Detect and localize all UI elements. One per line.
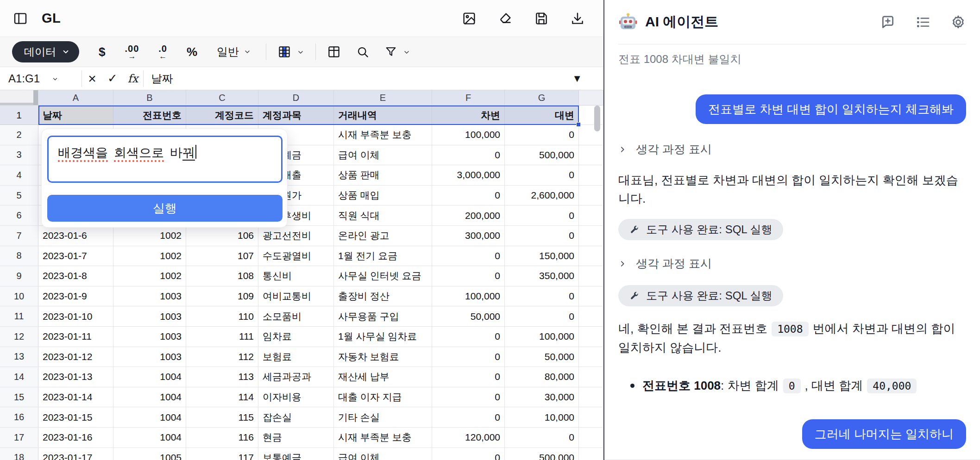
- cell[interactable]: 1월 사무실 임차료: [334, 327, 432, 347]
- cell[interactable]: [579, 327, 603, 347]
- cell[interactable]: 상품 판매: [334, 165, 432, 186]
- cell[interactable]: 30,000: [505, 387, 579, 408]
- cell[interactable]: 1003: [113, 347, 186, 367]
- history-list-icon[interactable]: [915, 14, 931, 30]
- cell[interactable]: 100,000: [505, 327, 579, 347]
- cell[interactable]: 1004: [113, 387, 186, 408]
- function-button[interactable]: fx: [123, 72, 143, 85]
- cell[interactable]: 112: [186, 347, 258, 367]
- cell[interactable]: 계정과목: [258, 106, 334, 125]
- cell[interactable]: 0: [505, 125, 579, 145]
- cell[interactable]: [579, 246, 603, 267]
- cell[interactable]: 110: [186, 306, 258, 327]
- thinking-toggle[interactable]: 생각 과정 표시: [618, 256, 966, 271]
- search-icon[interactable]: [356, 45, 370, 59]
- row-number[interactable]: 10: [0, 286, 38, 307]
- column-header-F[interactable]: F: [432, 90, 505, 106]
- cell[interactable]: 108: [186, 266, 258, 286]
- cell[interactable]: 급여 이체: [334, 145, 432, 166]
- cell[interactable]: 50,000: [505, 347, 579, 367]
- cell[interactable]: 2,600,000: [505, 186, 579, 206]
- fill-handle[interactable]: [576, 122, 581, 127]
- row-number[interactable]: 7: [0, 226, 38, 246]
- cell[interactable]: 0: [505, 226, 579, 246]
- cell[interactable]: 현금: [258, 428, 334, 448]
- cell[interactable]: 0: [432, 327, 505, 347]
- cell[interactable]: 온라인 광고: [334, 226, 432, 246]
- cell[interactable]: [579, 165, 603, 186]
- cell[interactable]: 1월 전기 요금: [334, 246, 432, 267]
- cell[interactable]: 시재 부족분 보충: [334, 125, 432, 145]
- cell[interactable]: 2023-01-10: [38, 306, 113, 327]
- cell[interactable]: 상품 매입: [334, 186, 432, 206]
- tool-call-pill[interactable]: 도구 사용 완료: SQL 실행: [618, 219, 783, 240]
- cell[interactable]: 200,000: [432, 205, 505, 226]
- cell[interactable]: [579, 186, 603, 206]
- cell[interactable]: [579, 266, 603, 286]
- gear-icon[interactable]: [950, 14, 966, 30]
- cell[interactable]: 1005: [113, 448, 186, 460]
- cell[interactable]: 100,000: [432, 125, 505, 145]
- cell[interactable]: 1004: [113, 428, 186, 448]
- cell[interactable]: [579, 205, 603, 226]
- cell[interactable]: 0: [432, 367, 505, 387]
- cell[interactable]: 1003: [113, 286, 186, 307]
- cell[interactable]: [579, 306, 603, 327]
- cell[interactable]: 10,000: [505, 407, 579, 428]
- cell[interactable]: [579, 286, 603, 307]
- cell[interactable]: 1003: [113, 306, 186, 327]
- row-number[interactable]: 11: [0, 306, 38, 327]
- column-header-partial[interactable]: [579, 90, 603, 106]
- cell[interactable]: 2023-01-16: [38, 428, 113, 448]
- row-number[interactable]: 8: [0, 246, 38, 267]
- cell[interactable]: 0: [432, 347, 505, 367]
- increase-decimal-button[interactable]: .00 →: [125, 44, 139, 60]
- cell[interactable]: 0: [432, 266, 505, 286]
- cell[interactable]: 차변: [432, 106, 505, 125]
- cell[interactable]: 출장비 정산: [334, 286, 432, 307]
- cell[interactable]: 0: [432, 186, 505, 206]
- cell[interactable]: [579, 428, 603, 448]
- cell[interactable]: 2023-01-15: [38, 407, 113, 428]
- cell[interactable]: [579, 226, 603, 246]
- cell[interactable]: 급여 이체: [334, 448, 432, 460]
- row-number[interactable]: 17: [0, 428, 38, 448]
- cell[interactable]: 2023-01-14: [38, 387, 113, 408]
- thinking-toggle[interactable]: 생각 과정 표시: [618, 142, 966, 157]
- cell[interactable]: 2023-01-9: [38, 286, 113, 307]
- cell[interactable]: [579, 145, 603, 166]
- row-number[interactable]: 12: [0, 327, 38, 347]
- cell[interactable]: 350,000: [505, 266, 579, 286]
- percent-format-button[interactable]: %: [187, 45, 197, 59]
- cell[interactable]: 대변: [505, 106, 579, 125]
- tool-call-pill[interactable]: 도구 사용 완료: SQL 실행: [618, 285, 783, 306]
- cell[interactable]: 1002: [113, 266, 186, 286]
- filter-dropdown[interactable]: [384, 45, 410, 59]
- cell[interactable]: [579, 387, 603, 408]
- cell[interactable]: 107: [186, 246, 258, 267]
- borders-icon[interactable]: [327, 45, 341, 59]
- cell[interactable]: 80,000: [505, 367, 579, 387]
- cell[interactable]: 120,000: [432, 428, 505, 448]
- sidebar-toggle-icon[interactable]: [13, 11, 28, 26]
- cell[interactable]: 계정코드: [186, 106, 258, 125]
- row-number[interactable]: 9: [0, 266, 38, 286]
- cell[interactable]: 직원 식대: [334, 205, 432, 226]
- cell[interactable]: 전표번호: [113, 106, 186, 125]
- cell[interactable]: 통신비: [258, 266, 334, 286]
- cell[interactable]: 2023-01-11: [38, 327, 113, 347]
- cell[interactable]: 재산세 납부: [334, 367, 432, 387]
- cell[interactable]: 1002: [113, 226, 186, 246]
- row-number[interactable]: 13: [0, 347, 38, 367]
- cell[interactable]: 여비교통비: [258, 286, 334, 307]
- cell[interactable]: 기타 손실: [334, 407, 432, 428]
- cell[interactable]: 117: [186, 448, 258, 460]
- run-button[interactable]: 실행: [47, 195, 283, 222]
- cell[interactable]: 수도광열비: [258, 246, 334, 267]
- cell[interactable]: 2023-01-8: [38, 266, 113, 286]
- cell[interactable]: 3,000,000: [432, 165, 505, 186]
- cell[interactable]: 115: [186, 407, 258, 428]
- select-all-corner[interactable]: [0, 90, 38, 106]
- column-header-G[interactable]: G: [505, 90, 579, 106]
- cell[interactable]: 109: [186, 286, 258, 307]
